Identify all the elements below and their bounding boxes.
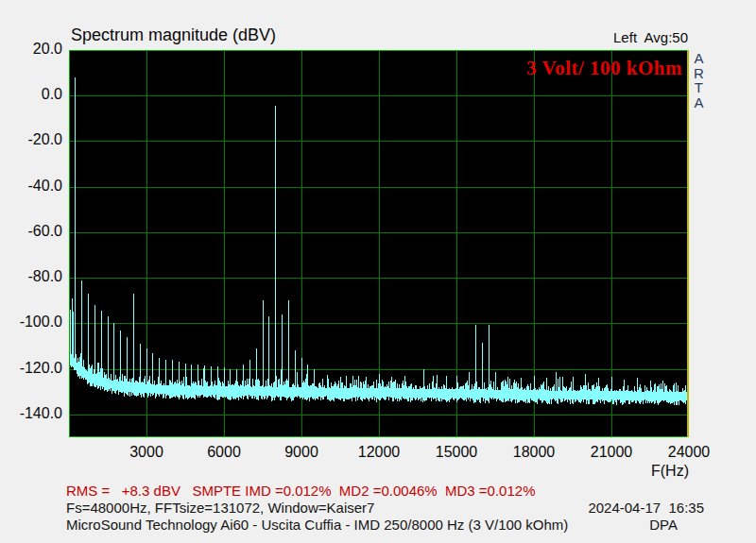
y-tick-label: -60.0 <box>0 223 62 241</box>
x-tick-label: 3000 <box>104 444 189 461</box>
mic-label: DPA <box>649 517 678 533</box>
datetime-label: 2024-04-17 16:35 <box>588 500 704 516</box>
imd-results-line: RMS = +8.3 dBV SMPTE IMD =0.012% MD2 =0.… <box>66 483 536 499</box>
x-tick-label: 6000 <box>181 444 266 461</box>
channel-average-status: Left Avg:50 <box>613 29 688 45</box>
arta-brand-label: A R T A <box>694 51 704 110</box>
y-tick-label: -40.0 <box>0 178 62 195</box>
y-tick-label: -120.0 <box>0 360 62 378</box>
y-tick-label: -80.0 <box>0 268 62 286</box>
spectrum-plot-svg <box>69 50 689 437</box>
y-tick-label: -20.0 <box>0 131 62 149</box>
x-tick-label: 24000 <box>646 444 731 461</box>
chart-title: Spectrum magnitude (dBV) <box>71 25 276 45</box>
spectrum-analyzer-window: Spectrum magnitude (dBV) Left Avg:50 3 V… <box>0 0 756 543</box>
device-description-line: MicroSound Technology Ai60 - Uscita Cuff… <box>66 517 568 533</box>
y-tick-label: 0.0 <box>0 86 62 104</box>
fft-settings-line: Fs=48000Hz, FFTsize=131072, Window=Kaise… <box>66 500 374 516</box>
x-tick-label: 12000 <box>336 444 421 461</box>
x-axis-unit-label: F(Hz) <box>613 463 689 480</box>
x-tick-label: 15000 <box>414 444 499 461</box>
test-level-note: 3 Volt/ 100 kOhm <box>526 57 682 80</box>
spectrum-plot-area[interactable] <box>69 50 689 437</box>
x-tick-label: 18000 <box>491 444 576 461</box>
y-tick-label: 20.0 <box>0 41 62 59</box>
x-tick-label: 21000 <box>569 444 654 461</box>
x-tick-label: 9000 <box>259 444 344 461</box>
y-tick-label: -140.0 <box>0 405 62 423</box>
y-tick-label: -100.0 <box>0 314 62 331</box>
